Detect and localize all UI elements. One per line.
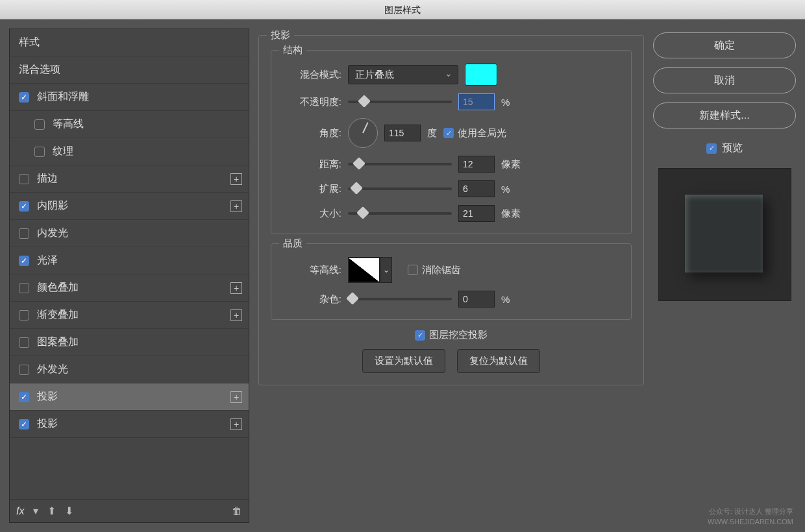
checkbox-empty-icon — [408, 265, 418, 275]
sidebar-item-label: 外发光 — [37, 363, 68, 376]
sidebar-item-12[interactable]: ✓投影+ — [10, 411, 249, 438]
set-default-button[interactable]: 设置为默认值 — [362, 349, 445, 373]
sidebar-header[interactable]: 样式 — [10, 29, 249, 56]
cancel-button[interactable]: 取消 — [653, 67, 796, 93]
spread-label: 扩展: — [283, 183, 341, 195]
chevron-down-icon: ⌄ — [380, 258, 391, 282]
checkbox-icon[interactable] — [19, 310, 29, 320]
knockout-checkbox[interactable]: ✓ 图层挖空投影 — [415, 329, 488, 341]
noise-input[interactable] — [458, 291, 495, 308]
antialias-checkbox[interactable]: 消除锯齿 — [408, 264, 461, 276]
size-label: 大小: — [283, 208, 341, 220]
sidebar-item-label: 投影 — [37, 390, 58, 404]
sidebar-item-11[interactable]: ✓投影+ — [10, 383, 249, 411]
watermark: 公众号: 设计达人 整理分享 WWW.SHEJIDAREN.COM — [708, 507, 793, 527]
distance-unit: 像素 — [501, 158, 521, 171]
checkbox-icon[interactable]: ✓ — [19, 256, 29, 266]
sidebar-item-3[interactable]: 描边+ — [10, 165, 249, 193]
checkbox-icon[interactable] — [19, 365, 29, 375]
sidebar-item-9[interactable]: 图案叠加 — [10, 329, 249, 356]
styles-sidebar: 样式 混合选项 ✓斜面和浮雕等高线纹理描边+✓内阴影+内发光✓光泽颜色叠加+渐变… — [9, 29, 249, 523]
opacity-unit: % — [501, 97, 510, 108]
arrow-up-icon[interactable]: ⬆ — [47, 505, 56, 517]
sidebar-item-label: 投影 — [37, 417, 58, 431]
plus-icon[interactable]: + — [230, 309, 242, 321]
checkbox-icon[interactable]: ✓ — [19, 419, 29, 429]
checkbox-icon[interactable] — [19, 283, 29, 293]
ok-button[interactable]: 确定 — [653, 32, 796, 58]
opacity-slider[interactable] — [348, 101, 452, 103]
checkbox-icon[interactable] — [19, 228, 29, 239]
sidebar-item-label: 等高线 — [53, 117, 84, 131]
checkbox-icon[interactable]: ✓ — [19, 92, 29, 103]
plus-icon[interactable]: + — [230, 173, 242, 185]
sidebar-item-4[interactable]: ✓内阴影+ — [10, 193, 249, 220]
arrow-down-icon[interactable]: ⬇ — [65, 505, 73, 517]
global-light-checkbox[interactable]: ✓ 使用全局光 — [443, 127, 506, 139]
plus-icon[interactable]: + — [230, 282, 242, 294]
spread-input[interactable] — [458, 180, 495, 197]
size-slider[interactable] — [348, 212, 452, 215]
noise-slider[interactable] — [348, 298, 452, 300]
blend-mode-label: 混合模式: — [283, 69, 341, 81]
chevron-down-small-icon[interactable]: ▾ — [33, 505, 38, 517]
preview-checkbox[interactable]: ✓ 预览 — [653, 141, 796, 155]
plus-icon[interactable]: + — [230, 391, 242, 403]
sidebar-item-label: 渐变叠加 — [37, 308, 79, 322]
opacity-input[interactable] — [458, 93, 495, 110]
sidebar-item-5[interactable]: 内发光 — [10, 220, 249, 247]
spread-slider[interactable] — [348, 187, 452, 190]
checkbox-icon[interactable]: ✓ — [19, 392, 29, 402]
sidebar-item-1[interactable]: 等高线 — [10, 111, 249, 138]
size-input[interactable] — [458, 205, 495, 222]
distance-input[interactable] — [458, 156, 495, 173]
contour-swatch-icon — [349, 258, 380, 282]
checkbox-icon[interactable] — [34, 119, 45, 130]
sidebar-item-8[interactable]: 渐变叠加+ — [10, 302, 249, 329]
sidebar-item-6[interactable]: ✓光泽 — [10, 247, 249, 274]
contour-picker[interactable]: ⌄ — [348, 257, 392, 283]
opacity-label: 不透明度: — [283, 96, 341, 108]
sidebar-item-label: 图案叠加 — [37, 335, 79, 349]
structure-legend: 结构 — [279, 44, 306, 56]
structure-group: 结构 混合模式: 正片叠底 不透明度: % 角度: — [271, 50, 632, 234]
sidebar-item-label: 描边 — [37, 172, 58, 186]
angle-dial[interactable] — [348, 118, 378, 148]
sidebar-item-label: 斜面和浮雕 — [37, 90, 89, 104]
plus-icon[interactable]: + — [230, 418, 242, 430]
sidebar-item-label: 光泽 — [37, 254, 58, 267]
trash-icon[interactable]: 🗑 — [232, 505, 242, 517]
quality-legend: 品质 — [279, 237, 306, 250]
new-style-button[interactable]: 新建样式... — [653, 103, 796, 128]
knockout-label: 图层挖空投影 — [429, 329, 488, 341]
shadow-color-swatch[interactable] — [465, 64, 497, 86]
sidebar-item-7[interactable]: 颜色叠加+ — [10, 274, 249, 302]
sidebar-item-2[interactable]: 纹理 — [10, 138, 249, 165]
angle-input[interactable] — [384, 125, 421, 141]
dialog-body: 样式 混合选项 ✓斜面和浮雕等高线纹理描边+✓内阴影+内发光✓光泽颜色叠加+渐变… — [0, 19, 805, 532]
checkbox-icon[interactable] — [19, 174, 29, 184]
checkbox-icon[interactable] — [19, 337, 29, 348]
sidebar-item-label: 内发光 — [37, 226, 68, 240]
watermark-line1: 公众号: 设计达人 整理分享 — [708, 507, 793, 516]
sidebar-blend-label: 混合选项 — [19, 63, 60, 77]
preview-label: 预览 — [722, 141, 743, 155]
sidebar-item-10[interactable]: 外发光 — [10, 356, 249, 383]
distance-slider[interactable] — [348, 163, 452, 165]
angle-unit: 度 — [427, 127, 437, 139]
plus-icon[interactable]: + — [230, 200, 242, 212]
contour-label: 等高线: — [283, 264, 341, 276]
sidebar-item-0[interactable]: ✓斜面和浮雕 — [10, 84, 249, 111]
fx-menu[interactable]: fx — [16, 505, 24, 517]
checkbox-icon[interactable]: ✓ — [19, 201, 29, 212]
blend-mode-select[interactable]: 正片叠底 — [348, 65, 458, 84]
noise-unit: % — [501, 294, 510, 305]
reset-default-button[interactable]: 复位为默认值 — [457, 349, 540, 373]
sidebar-blend-options[interactable]: 混合选项 — [10, 56, 249, 84]
check-icon: ✓ — [443, 128, 454, 138]
checkbox-icon[interactable] — [34, 147, 45, 157]
noise-label: 杂色: — [283, 293, 341, 306]
window-title: 图层样式 — [384, 5, 421, 15]
distance-label: 距离: — [283, 158, 341, 171]
antialias-label: 消除锯齿 — [422, 264, 461, 276]
